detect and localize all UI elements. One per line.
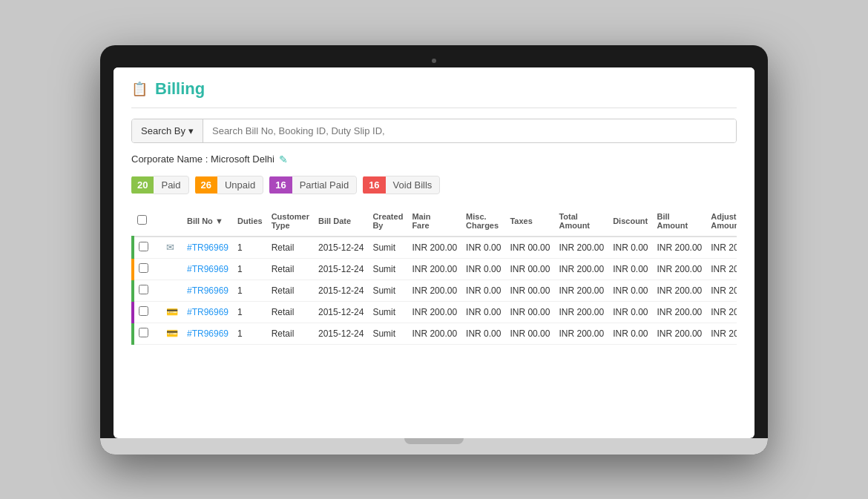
row-checkbox[interactable] <box>139 328 148 337</box>
row-adjusted-amount: INR 20.00 <box>706 301 737 323</box>
row-created-by: Sumit <box>368 258 407 280</box>
row-checkbox-cell <box>133 301 153 323</box>
row-taxes: INR 00.00 <box>505 301 554 323</box>
row-bill-no[interactable]: #TR96969 <box>183 280 233 301</box>
row-icon-cell <box>162 258 183 280</box>
th-bill-date: Bill Date <box>314 206 368 237</box>
row-bill-amount: INR 200.00 <box>653 237 707 259</box>
row-checkbox[interactable] <box>139 306 148 316</box>
credit-icon: 💳 <box>166 306 178 317</box>
row-checkbox[interactable] <box>139 263 148 273</box>
th-taxes: Taxes <box>505 206 554 237</box>
row-icon-cell: ✉ <box>162 237 183 259</box>
row-indicator-cell <box>153 323 162 344</box>
row-misc-charges: INR 0.00 <box>461 301 505 323</box>
row-icon-cell: 💳 <box>162 323 183 344</box>
row-indicator-cell <box>153 237 162 259</box>
row-bill-date: 2015-12-24 <box>314 301 368 323</box>
badge-unpaid[interactable]: 26 Unpaid <box>195 176 264 194</box>
row-bill-date: 2015-12-24 <box>314 323 368 344</box>
row-discount: INR 0.00 <box>608 280 652 301</box>
row-bill-no[interactable]: #TR96969 <box>183 301 233 323</box>
badge-count-partial: 16 <box>269 176 292 194</box>
badge-count-paid: 20 <box>131 176 154 194</box>
row-bill-amount: INR 200.00 <box>653 258 707 280</box>
row-created-by: Sumit <box>368 323 407 344</box>
row-duties: 1 <box>233 237 267 259</box>
row-duties: 1 <box>233 323 267 344</box>
status-badges: 20 Paid 26 Unpaid 16 Partial Paid 16 Voi… <box>131 176 737 194</box>
row-bill-amount: INR 200.00 <box>653 323 707 344</box>
page-title: Billing <box>155 79 205 99</box>
row-misc-charges: INR 0.00 <box>461 280 505 301</box>
badge-partial[interactable]: 16 Partial Paid <box>269 176 357 194</box>
row-customer-type: Retail <box>267 280 314 301</box>
badge-paid[interactable]: 20 Paid <box>131 176 189 194</box>
row-icon-cell <box>162 280 183 301</box>
th-total-amount: TotalAmount <box>554 206 608 237</box>
row-discount: INR 0.00 <box>608 323 652 344</box>
edit-corporate-icon[interactable]: ✎ <box>279 153 288 165</box>
row-bill-no[interactable]: #TR96969 <box>183 323 233 344</box>
row-taxes: INR 00.00 <box>505 280 554 301</box>
row-taxes: INR 00.00 <box>505 323 554 344</box>
row-customer-type: Retail <box>267 323 314 344</box>
badge-label-paid: Paid <box>154 176 188 194</box>
table-row: 💳 #TR96969 1 Retail 2015-12-24 Sumit INR… <box>133 323 737 344</box>
row-bill-no[interactable]: #TR96969 <box>183 258 233 280</box>
row-icon-cell: 💳 <box>162 301 183 323</box>
row-misc-charges: INR 0.00 <box>461 237 505 259</box>
th-discount: Discount <box>608 206 652 237</box>
th-adjusted-amount: AdjustedAmount <box>706 206 737 237</box>
row-misc-charges: INR 0.00 <box>461 258 505 280</box>
search-by-button[interactable]: Search By ▾ <box>132 119 203 142</box>
row-total-amount: INR 200.00 <box>554 237 608 259</box>
row-checkbox-cell <box>133 237 153 259</box>
th-customer-type: CustomerType <box>267 206 314 237</box>
row-total-amount: INR 200.00 <box>554 280 608 301</box>
row-checkbox[interactable] <box>139 285 148 294</box>
th-bill-no[interactable]: Bill No ▼ <box>183 206 233 237</box>
row-discount: INR 0.00 <box>608 301 652 323</box>
row-checkbox-cell <box>133 280 153 301</box>
page-header: 📋 Billing <box>131 79 737 108</box>
billing-icon: 📋 <box>131 81 148 97</box>
corporate-name: Corporate Name : Microsoft Delhi ✎ <box>131 153 737 165</box>
billing-table: Bill No ▼ Duties CustomerType Bill Date … <box>131 206 737 345</box>
row-bill-date: 2015-12-24 <box>314 258 368 280</box>
row-total-amount: INR 200.00 <box>554 258 608 280</box>
row-customer-type: Retail <box>267 301 314 323</box>
row-indicator-cell <box>153 280 162 301</box>
row-customer-type: Retail <box>267 258 314 280</box>
row-adjusted-amount: INR 20.00 <box>706 258 737 280</box>
row-taxes: INR 00.00 <box>505 237 554 259</box>
row-indicator-cell <box>153 301 162 323</box>
row-duties: 1 <box>233 280 267 301</box>
table-row: #TR96969 1 Retail 2015-12-24 Sumit INR 2… <box>133 280 737 301</box>
row-main-fare: INR 200.00 <box>407 301 461 323</box>
row-adjusted-amount: INR 20.00 <box>706 323 737 344</box>
th-bill-amount: BillAmount <box>653 206 707 237</box>
th-misc-charges: Misc.Charges <box>461 206 505 237</box>
badge-void[interactable]: 16 Void Bills <box>363 176 440 194</box>
row-bill-date: 2015-12-24 <box>314 280 368 301</box>
row-bill-no[interactable]: #TR96969 <box>183 237 233 259</box>
select-all-checkbox[interactable] <box>137 215 147 225</box>
row-adjusted-amount: INR 20.00 <box>706 237 737 259</box>
row-duties: 1 <box>233 301 267 323</box>
row-adjusted-amount: INR 20.00 <box>706 280 737 301</box>
search-bar: Search By ▾ <box>131 119 737 143</box>
row-checkbox[interactable] <box>139 242 148 251</box>
badge-label-void: Void Bills <box>386 176 441 194</box>
table-container: Bill No ▼ Duties CustomerType Bill Date … <box>131 206 737 345</box>
row-main-fare: INR 200.00 <box>407 280 461 301</box>
th-duties: Duties <box>233 206 267 237</box>
table-row: ✉ #TR96969 1 Retail 2015-12-24 Sumit INR… <box>133 237 737 259</box>
row-bill-amount: INR 200.00 <box>653 301 707 323</box>
row-total-amount: INR 200.00 <box>554 323 608 344</box>
search-input[interactable] <box>203 119 736 142</box>
credit-icon: 💳 <box>166 328 178 339</box>
dropdown-arrow-icon: ▾ <box>188 125 194 136</box>
badge-label-partial: Partial Paid <box>292 176 357 194</box>
row-duties: 1 <box>233 258 267 280</box>
